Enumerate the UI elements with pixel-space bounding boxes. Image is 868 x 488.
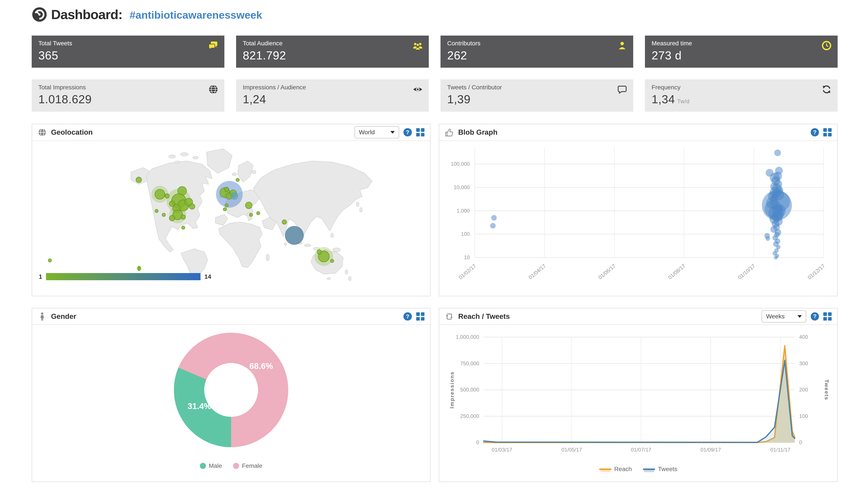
female-legend-dot bbox=[233, 463, 239, 469]
legend-marker bbox=[137, 266, 141, 271]
card-value: 1,34Tw/d bbox=[652, 92, 831, 106]
thumbs-up-icon bbox=[445, 128, 454, 137]
users-group-icon bbox=[413, 40, 423, 51]
panel-title: Blob Graph bbox=[458, 128, 497, 136]
gender-legend: Male Female bbox=[32, 462, 430, 469]
map-legend: 1 14 bbox=[39, 273, 211, 280]
card-value: 1.018.629 bbox=[38, 92, 218, 106]
card-impressions-audience: Impressions / Audience 1,24 bbox=[236, 79, 429, 111]
svg-text:01/06/17: 01/06/17 bbox=[597, 263, 617, 280]
card-label: Contributors bbox=[447, 40, 627, 47]
tweets-legend-label: Tweets bbox=[658, 466, 677, 473]
svg-text:01/08/17: 01/08/17 bbox=[667, 263, 687, 280]
geolocation-region-select[interactable]: World bbox=[354, 126, 399, 138]
svg-text:10,000: 10,000 bbox=[454, 184, 470, 190]
svg-text:01/02/17: 01/02/17 bbox=[458, 263, 477, 280]
card-value-suffix: Tw/d bbox=[677, 98, 690, 104]
card-tweets-contributor: Tweets / Contributor 1,39 bbox=[440, 79, 633, 111]
svg-text:1,000,000: 1,000,000 bbox=[456, 334, 479, 340]
svg-text:01/05/17: 01/05/17 bbox=[562, 447, 582, 453]
dashboard-icon bbox=[32, 7, 47, 22]
world-map bbox=[32, 141, 430, 281]
card-label: Impressions / Audience bbox=[243, 84, 422, 91]
reach-interval-select[interactable]: Weeks bbox=[762, 311, 806, 323]
gender-donut-chart: 68.6% 31.4% bbox=[174, 333, 288, 447]
panel-gender: Gender ? 68.6% 31.4% Male Female bbox=[32, 308, 431, 482]
svg-text:10: 10 bbox=[464, 254, 470, 260]
legend-min: 1 bbox=[39, 273, 42, 280]
hashtag-link[interactable]: #antibioticawarenessweek bbox=[129, 8, 262, 21]
clock-icon bbox=[822, 40, 832, 51]
panel-title: Reach / Tweets bbox=[458, 312, 510, 321]
card-label: Tweets / Contributor bbox=[447, 84, 627, 91]
svg-text:400: 400 bbox=[799, 334, 808, 340]
stat-row-light: Total Impressions 1.018.629 Impressions … bbox=[32, 79, 838, 111]
chevron-down-icon bbox=[391, 131, 395, 134]
reach-legend-swatch bbox=[599, 468, 611, 470]
card-value: 262 bbox=[447, 48, 627, 62]
geolocation-header: Geolocation World ? bbox=[32, 124, 430, 141]
legend-max: 14 bbox=[205, 273, 211, 280]
legend-gradient bbox=[46, 273, 200, 280]
blob-body: 01/02/1701/04/1701/06/1701/08/1701/10/17… bbox=[439, 141, 837, 296]
eye-icon bbox=[413, 85, 423, 94]
reach-tweets-chart: 0250,000500,000750,0001,000,000010020030… bbox=[439, 325, 837, 465]
svg-text:01/04/17: 01/04/17 bbox=[528, 263, 547, 280]
grid-icon[interactable] bbox=[823, 128, 832, 136]
retweet-icon bbox=[445, 312, 454, 321]
blob-header: Blob Graph ? bbox=[439, 124, 837, 141]
person-icon bbox=[38, 312, 46, 321]
chevron-down-icon bbox=[798, 315, 802, 318]
male-legend-dot bbox=[200, 463, 206, 469]
svg-text:500,000: 500,000 bbox=[460, 387, 479, 393]
card-label: Total Tweets bbox=[38, 40, 218, 47]
dashboard-page: Dashboard: #antibioticawarenessweek Tota… bbox=[0, 0, 868, 488]
card-value: 365 bbox=[38, 48, 218, 62]
male-legend-label: Male bbox=[209, 462, 222, 469]
panel-blob-graph: Blob Graph ? 01/02/1701/04/1701/06/1701/… bbox=[439, 124, 838, 296]
svg-text:0: 0 bbox=[799, 440, 802, 446]
svg-text:100: 100 bbox=[799, 413, 808, 419]
donut-hole bbox=[204, 363, 258, 417]
card-total-tweets: Total Tweets 365 bbox=[32, 36, 224, 68]
card-frequency: Frequency 1,34Tw/d bbox=[645, 79, 838, 111]
reach-body: 0250,000500,000750,0001,000,000010020030… bbox=[439, 325, 837, 482]
comment-icon bbox=[617, 85, 627, 94]
card-value: 1,39 bbox=[447, 92, 627, 106]
card-label: Total Impressions bbox=[38, 84, 218, 91]
help-icon[interactable]: ? bbox=[403, 128, 412, 136]
panel-title: Geolocation bbox=[51, 128, 93, 136]
card-total-impressions: Total Impressions 1.018.629 bbox=[32, 79, 224, 111]
reach-legend: Reach Tweets bbox=[439, 466, 837, 473]
svg-text:Tweets: Tweets bbox=[824, 380, 830, 400]
help-icon[interactable]: ? bbox=[811, 312, 819, 321]
svg-text:100,000: 100,000 bbox=[451, 161, 470, 167]
help-icon[interactable]: ? bbox=[811, 128, 819, 136]
user-icon bbox=[617, 40, 627, 51]
gender-body: 68.6% 31.4% Male Female bbox=[32, 325, 430, 482]
page-header: Dashboard: #antibioticawarenessweek bbox=[32, 0, 838, 22]
panel-title: Gender bbox=[51, 312, 76, 321]
card-value: 273 d bbox=[652, 48, 831, 62]
svg-text:01/07/17: 01/07/17 bbox=[631, 447, 651, 453]
stat-row-dark: Total Tweets 365 Total Audience 821.792 … bbox=[32, 36, 838, 68]
card-value: 821.792 bbox=[243, 48, 422, 62]
grid-icon[interactable] bbox=[823, 312, 832, 321]
svg-text:01/10/17: 01/10/17 bbox=[737, 263, 756, 280]
female-percentage: 68.6% bbox=[249, 361, 273, 371]
grid-icon[interactable] bbox=[416, 312, 425, 321]
panel-geolocation: Geolocation World ? 1 14 bbox=[32, 124, 431, 296]
reach-header: Reach / Tweets Weeks ? bbox=[439, 308, 837, 325]
tweets-legend-swatch bbox=[643, 468, 655, 470]
gender-header: Gender ? bbox=[32, 308, 430, 325]
grid-icon[interactable] bbox=[416, 128, 425, 136]
svg-text:Impressions: Impressions bbox=[449, 371, 455, 409]
svg-text:01/12/17: 01/12/17 bbox=[807, 263, 826, 280]
female-legend-label: Female bbox=[242, 462, 262, 469]
help-icon[interactable]: ? bbox=[403, 312, 412, 321]
chat-bubbles-icon bbox=[208, 40, 218, 51]
refresh-icon bbox=[822, 85, 832, 94]
globe-icon bbox=[208, 85, 218, 94]
card-label: Measured time bbox=[652, 40, 831, 47]
svg-text:200: 200 bbox=[799, 387, 808, 393]
